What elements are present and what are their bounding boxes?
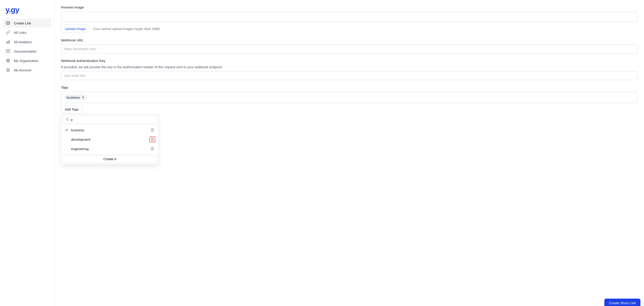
book-icon bbox=[6, 49, 10, 53]
tag-option-label: business bbox=[71, 128, 84, 132]
tags-box[interactable]: business ✕ bbox=[61, 92, 638, 103]
globe-icon bbox=[6, 58, 10, 63]
svg-rect-3 bbox=[6, 42, 7, 43]
tags-label: Tags bbox=[61, 85, 638, 89]
upload-note: (You cannot upload images larger than 1M… bbox=[93, 27, 160, 31]
bar-chart-icon bbox=[6, 40, 10, 44]
sidebar-item-label: My Organization bbox=[14, 59, 38, 63]
sidebar-item-label: My Account bbox=[14, 68, 31, 72]
check-icon bbox=[64, 128, 69, 132]
delete-tag-button[interactable] bbox=[150, 127, 155, 133]
sidebar-nav: Create Link All Links All Analytics Docu… bbox=[3, 18, 51, 74]
preview-image-box[interactable] bbox=[61, 12, 638, 22]
sidebar-item-all-analytics[interactable]: All Analytics bbox=[3, 37, 51, 46]
delete-tag-button[interactable] bbox=[150, 146, 155, 152]
webhook-auth-label: Webhook Authentication Key bbox=[61, 59, 638, 63]
sidebar-item-all-links[interactable]: All Links bbox=[3, 28, 51, 37]
sidebar-item-create-link[interactable]: Create Link bbox=[3, 18, 51, 27]
create-short-link-button[interactable]: Create Short Link bbox=[604, 299, 640, 306]
tag-option[interactable]: engineering bbox=[62, 144, 157, 153]
user-circle-icon bbox=[6, 68, 10, 72]
webhook-auth-input[interactable] bbox=[61, 71, 638, 80]
upload-image-button[interactable]: Upload Image bbox=[61, 25, 90, 33]
sidebar-item-label: Create Link bbox=[14, 21, 31, 25]
tag-option-label: development bbox=[71, 138, 90, 141]
link-icon bbox=[6, 30, 10, 35]
sidebar-item-label: Documentation bbox=[14, 49, 36, 53]
tag-option-label: engineering bbox=[71, 147, 88, 151]
sidebar-item-my-organization[interactable]: My Organization bbox=[3, 56, 51, 65]
plus-circle-icon bbox=[6, 21, 10, 25]
svg-rect-4 bbox=[8, 41, 8, 43]
tag-option[interactable]: development bbox=[62, 135, 157, 144]
tags-popover: business development bbox=[61, 114, 159, 165]
tag-search-wrap[interactable] bbox=[62, 115, 157, 124]
sidebar: y.gy Create Link All Links All Analytics bbox=[0, 0, 55, 306]
add-tags-button[interactable]: Add Tags bbox=[61, 105, 82, 113]
svg-rect-5 bbox=[9, 40, 10, 43]
svg-point-10 bbox=[66, 118, 68, 120]
remove-tag-icon[interactable]: ✕ bbox=[82, 96, 84, 99]
trash-icon bbox=[150, 128, 154, 132]
tag-search-input[interactable] bbox=[71, 118, 154, 122]
tag-option[interactable]: business bbox=[62, 125, 157, 135]
logo: y.gy bbox=[3, 5, 51, 18]
sidebar-item-label: All Links bbox=[14, 31, 26, 34]
help-post: header of the request sent to your webho… bbox=[142, 65, 223, 69]
trash-icon bbox=[150, 147, 154, 151]
sidebar-item-label: All Analytics bbox=[14, 40, 32, 44]
help-pre: If provided, we will provide this key in… bbox=[61, 65, 123, 69]
delete-tag-button[interactable] bbox=[150, 137, 155, 142]
webhook-auth-help: If provided, we will provide this key in… bbox=[61, 65, 638, 69]
sidebar-item-documentation[interactable]: Documentation bbox=[3, 47, 51, 56]
preview-image-label: Preview Image bbox=[61, 5, 638, 9]
trash-icon bbox=[150, 138, 154, 141]
sidebar-item-my-account[interactable]: My Account bbox=[3, 66, 51, 74]
tag-chip-label: business bbox=[66, 96, 80, 99]
create-tag-button[interactable]: Create e bbox=[62, 155, 157, 163]
tag-options-list: business development bbox=[62, 125, 157, 153]
webhook-url-label: Webhook URL bbox=[61, 38, 638, 42]
search-icon bbox=[66, 118, 69, 122]
main-content: Preview Image Upload Image (You cannot u… bbox=[55, 0, 644, 306]
webhook-url-input[interactable] bbox=[61, 44, 638, 53]
svg-point-9 bbox=[8, 69, 9, 70]
help-em: Authorization bbox=[123, 65, 142, 69]
svg-line-11 bbox=[68, 120, 68, 121]
tag-chip: business ✕ bbox=[64, 94, 87, 100]
